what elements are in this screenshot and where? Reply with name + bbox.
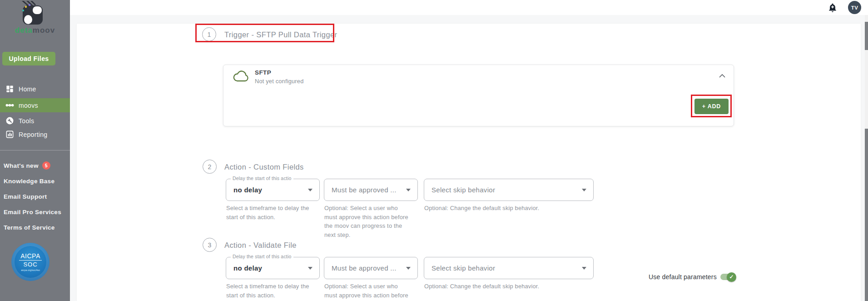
sidebar-divider [0, 150, 70, 150]
skip-behavior-select[interactable]: Select skip behavior [424, 179, 594, 201]
app-screen: detamoov Upload Files Home moovs Tools [0, 0, 868, 301]
skip-select-value: Select skip behavior [432, 186, 495, 194]
delay-select[interactable]: Delay the start of this actio no delay [226, 179, 320, 201]
sftp-card-title: SFTP [255, 69, 271, 76]
delay-select-label: Delay the start of this actio [231, 254, 293, 259]
chevron-up-icon[interactable] [719, 74, 726, 78]
use-default-parameters-toggle[interactable]: ✓ [720, 274, 734, 280]
scrollbar-thumb[interactable] [865, 129, 868, 301]
approver-select-value: Must be approved ... [332, 264, 397, 272]
bar-chart-icon [5, 130, 15, 139]
whats-new-label: What's new [4, 162, 39, 169]
sftp-trigger-card: SFTP Not yet configured + ADD [223, 65, 734, 126]
sftp-card-status: Not yet configured [255, 78, 303, 85]
delay-select-label: Delay the start of this actio [231, 176, 293, 181]
vertical-scrollbar[interactable] [865, 15, 868, 301]
wrench-icon [5, 116, 15, 125]
dropdown-arrow-icon [582, 189, 586, 191]
step3-title: Action - Validate File [224, 241, 297, 250]
delay-helper-text: Select a timeframe to delay the start of… [226, 204, 315, 221]
step-number-badge: 3 [203, 238, 217, 252]
sidebar-link-knowledge-base[interactable]: Knowledge Base [4, 176, 70, 186]
delay-select-value: no delay [233, 186, 262, 194]
topbar: TV [70, 0, 868, 15]
approver-helper-text: Optional: Select a user who must approve… [324, 282, 411, 301]
step-number-badge: 2 [203, 160, 217, 174]
moovs-dots-icon [5, 100, 15, 110]
skip-helper-text: Optional: Change the default skip behavi… [424, 204, 615, 213]
approver-select[interactable]: Must be approved ... [324, 257, 418, 279]
cloud-icon [233, 70, 250, 83]
dropdown-arrow-icon [406, 189, 411, 191]
logo-wordmark: detamoov [0, 26, 70, 35]
upload-files-button[interactable]: Upload Files [2, 52, 55, 65]
skip-behavior-select[interactable]: Select skip behavior [424, 257, 594, 279]
use-default-parameters-row: Use default parameters ✓ [649, 272, 739, 282]
dropdown-arrow-icon [582, 267, 586, 270]
sidebar-item-moovs[interactable]: moovs [0, 98, 70, 112]
whats-new-count-badge: 5 [42, 161, 50, 170]
aicpa-soc-badge: AICPA SOC aicpa.org/soc4so [11, 243, 50, 281]
add-button[interactable]: + ADD [694, 99, 729, 114]
logo-text-green: deta [15, 26, 33, 35]
sidebar-link-email-support[interactable]: Email Support [4, 192, 70, 201]
user-avatar[interactable]: TV [848, 1, 861, 14]
sidebar-link-whats-new[interactable]: What's new 5 [4, 161, 70, 170]
sidebar-item-label: Home [19, 85, 36, 93]
sidebar-item-reporting[interactable]: Reporting [0, 127, 70, 141]
step-number-badge: 1 [202, 27, 216, 41]
delay-select[interactable]: Delay the start of this actio no delay [226, 257, 320, 279]
dropdown-arrow-icon [308, 189, 312, 191]
datamoov-logo-icon [17, 1, 48, 26]
logo-text-gray: moov [33, 26, 55, 35]
sidebar: detamoov Upload Files Home moovs Tools [0, 0, 70, 301]
dropdown-arrow-icon [406, 267, 411, 270]
dashboard-icon [5, 84, 15, 94]
toggle-check-icon: ✓ [727, 272, 736, 282]
sidebar-item-home[interactable]: Home [0, 82, 70, 96]
soc-text: SOC [23, 261, 37, 268]
skip-helper-text: Optional: Change the default skip behavi… [424, 282, 615, 291]
scrollbar-thumb[interactable] [865, 22, 868, 50]
delay-select-value: no delay [233, 264, 262, 272]
dropdown-arrow-icon [308, 267, 312, 270]
step1-title: Trigger - SFTP Pull Data Trigger [224, 30, 337, 39]
approver-helper-text: Optional: Select a user who must approve… [324, 204, 411, 239]
approver-select[interactable]: Must be approved ... [324, 179, 418, 201]
sidebar-item-tools[interactable]: Tools [0, 114, 70, 128]
sidebar-link-terms-of-service[interactable]: Terms of Service [4, 223, 70, 232]
skip-select-value: Select skip behavior [432, 264, 495, 272]
aicpa-text: AICPA [19, 252, 41, 261]
sidebar-link-email-pro-services[interactable]: Email Pro Services [4, 207, 70, 216]
approver-select-value: Must be approved ... [332, 186, 397, 194]
step2-title: Action - Custom Fields [224, 163, 304, 171]
sidebar-item-label: Tools [19, 117, 34, 125]
notification-bell-icon[interactable] [828, 2, 838, 13]
delay-helper-text: Select a timeframe to delay the start of… [226, 282, 315, 300]
sidebar-item-label: moovs [19, 102, 38, 109]
use-default-parameters-label: Use default parameters [649, 273, 717, 281]
aicpa-url-text: aicpa.org/soc4so [21, 269, 40, 271]
sidebar-item-label: Reporting [19, 131, 47, 138]
